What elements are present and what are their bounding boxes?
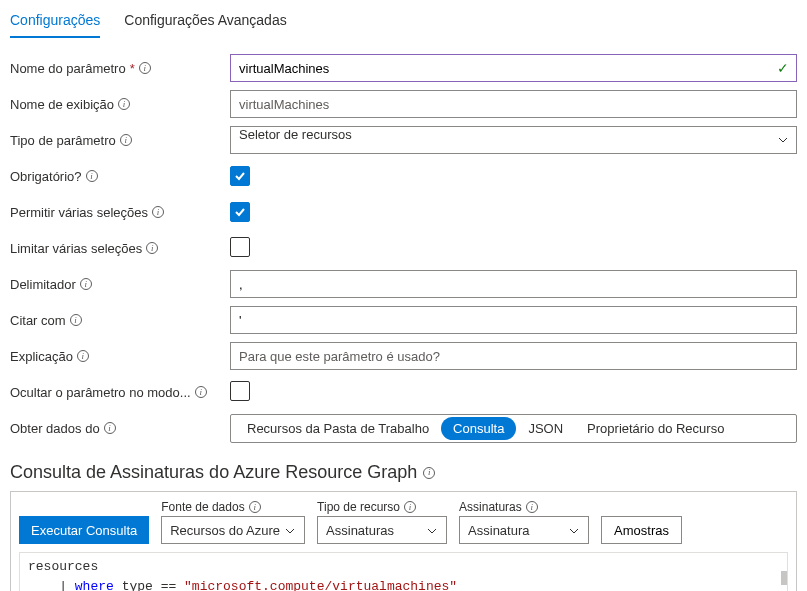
label-resource-type: Tipo de recurso	[317, 500, 447, 514]
param-type-select[interactable]: Seletor de recursos	[230, 126, 797, 154]
pill-workbook-resources[interactable]: Recursos da Pasta de Trabalho	[235, 417, 441, 440]
data-source-dropdown[interactable]: Recursos do Azure	[161, 516, 305, 544]
chevron-down-icon	[284, 525, 296, 540]
info-icon[interactable]	[120, 134, 132, 146]
pill-json[interactable]: JSON	[516, 417, 575, 440]
run-query-button[interactable]: Executar Consulta	[19, 516, 149, 544]
scrollbar[interactable]	[781, 571, 787, 585]
resource-type-dropdown[interactable]: Assinaturas	[317, 516, 447, 544]
chevron-down-icon	[568, 525, 580, 540]
quote-with-input[interactable]	[230, 306, 797, 334]
info-icon[interactable]	[139, 62, 151, 74]
multi-select-checkbox[interactable]	[230, 202, 250, 222]
info-icon[interactable]	[195, 386, 207, 398]
limit-multi-checkbox[interactable]	[230, 237, 250, 257]
param-name-input[interactable]	[230, 54, 797, 82]
info-icon[interactable]	[77, 350, 89, 362]
label-limit-multi: Limitar várias seleções	[10, 241, 230, 256]
subscriptions-dropdown[interactable]: Assinatura	[459, 516, 589, 544]
info-icon[interactable]	[104, 422, 116, 434]
required-checkbox[interactable]	[230, 166, 250, 186]
delimiter-input[interactable]	[230, 270, 797, 298]
label-get-data-from: Obter dados do	[10, 421, 230, 436]
chevron-down-icon	[426, 525, 438, 540]
tab-settings[interactable]: Configurações	[10, 8, 100, 38]
label-quote-with: Citar com	[10, 313, 230, 328]
info-icon[interactable]	[118, 98, 130, 110]
info-icon[interactable]	[152, 206, 164, 218]
info-icon[interactable]	[86, 170, 98, 182]
code-editor[interactable]: resources | where type == "microsoft.com…	[19, 552, 788, 591]
label-param-type: Tipo de parâmetro	[10, 133, 230, 148]
info-icon[interactable]	[423, 467, 435, 479]
label-required: Obrigatório?	[10, 169, 230, 184]
info-icon[interactable]	[146, 242, 158, 254]
info-icon[interactable]	[80, 278, 92, 290]
data-source-pills: Recursos da Pasta de Trabalho Consulta J…	[230, 414, 797, 443]
hide-in-mode-checkbox[interactable]	[230, 381, 250, 401]
info-icon[interactable]	[70, 314, 82, 326]
pill-query[interactable]: Consulta	[441, 417, 516, 440]
label-param-name: Nome do parâmetro*	[10, 61, 230, 76]
query-section-title: Consulta de Assinaturas do Azure Resourc…	[10, 462, 797, 483]
info-icon[interactable]	[526, 501, 538, 513]
pill-resource-owner[interactable]: Proprietário do Recurso	[575, 417, 736, 440]
label-delimiter: Delimitador	[10, 277, 230, 292]
label-hide-in-mode: Ocultar o parâmetro no modo...	[10, 385, 230, 400]
tab-advanced[interactable]: Configurações Avançadas	[124, 8, 286, 38]
explanation-input[interactable]	[230, 342, 797, 370]
info-icon[interactable]	[404, 501, 416, 513]
label-multi-select: Permitir várias seleções	[10, 205, 230, 220]
query-box: Executar Consulta Fonte de dados Recurso…	[10, 491, 797, 591]
info-icon[interactable]	[249, 501, 261, 513]
label-subscriptions: Assinaturas	[459, 500, 589, 514]
tabs: Configurações Configurações Avançadas	[10, 8, 797, 38]
display-name-input[interactable]	[230, 90, 797, 118]
label-display-name: Nome de exibição	[10, 97, 230, 112]
label-explanation: Explicação	[10, 349, 230, 364]
label-data-source: Fonte de dados	[161, 500, 305, 514]
samples-button[interactable]: Amostras	[601, 516, 682, 544]
